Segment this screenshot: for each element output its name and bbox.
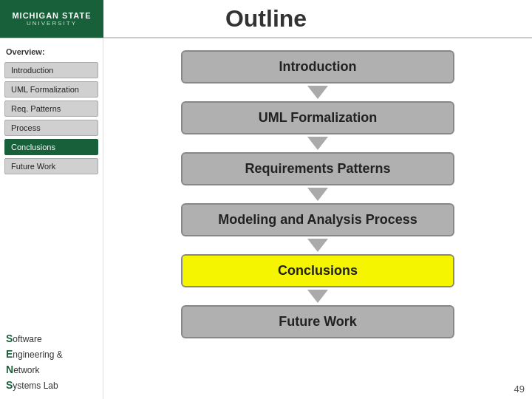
sens-systems: Systems Lab <box>6 378 97 393</box>
flow-box-conclusions: Conclusions <box>181 254 454 287</box>
n-letter: N <box>6 364 13 375</box>
ngineering-text: ngineering & <box>13 349 62 360</box>
oftware-text: oftware <box>13 334 41 344</box>
sidebar: Overview: Introduction UML Formalization… <box>0 38 103 399</box>
arrow-2 <box>307 137 328 150</box>
flow-future-work: Future Work <box>126 305 510 338</box>
flow-box-requirements: Requirements Patterns <box>181 152 454 185</box>
sidebar-item-introduction[interactable]: Introduction <box>4 62 98 78</box>
sidebar-item-uml[interactable]: UML Formalization <box>4 81 98 98</box>
sens-software: Software <box>6 331 97 347</box>
logo: MICHIGAN STATE UNIVERSITY <box>0 0 103 38</box>
flow-requirements: Requirements Patterns <box>126 152 510 203</box>
flow-introduction: Introduction <box>126 50 510 101</box>
flow-box-modeling: Modeling and Analysis Process <box>181 203 454 236</box>
ystems-text: ystems Lab <box>13 381 58 391</box>
s-letter: S <box>6 332 13 344</box>
flow-conclusions: Conclusions <box>126 254 510 305</box>
sidebar-item-future-work[interactable]: Future Work <box>4 158 98 174</box>
logo-main-text: MICHIGAN STATE <box>12 11 91 20</box>
logo-sub-text: UNIVERSITY <box>27 20 77 27</box>
overview-label: Overview: <box>0 44 103 61</box>
etwork-text: etwork <box>13 365 39 375</box>
content-area: Overview: Introduction UML Formalization… <box>0 38 532 399</box>
arrow-1 <box>307 86 328 99</box>
page-number: 49 <box>514 383 525 395</box>
arrow-3 <box>307 188 328 201</box>
sidebar-item-process[interactable]: Process <box>4 120 98 136</box>
page-title: Outline <box>103 5 532 33</box>
flow-uml: UML Formalization <box>126 101 510 152</box>
flow-box-uml: UML Formalization <box>181 101 454 134</box>
flow-box-future-work: Future Work <box>181 305 454 338</box>
sens-network: Network <box>6 362 97 378</box>
main-panel: Introduction UML Formalization Requireme… <box>103 38 532 399</box>
header: MICHIGAN STATE UNIVERSITY Outline <box>0 0 532 38</box>
flow-box-introduction: Introduction <box>181 50 454 83</box>
s2-letter: S <box>6 379 13 391</box>
sens-engineering: Engineering & <box>6 347 97 362</box>
flow-modeling: Modeling and Analysis Process <box>126 203 510 254</box>
e-letter: E <box>6 348 13 360</box>
sidebar-item-conclusions[interactable]: Conclusions <box>4 139 98 155</box>
arrow-5 <box>307 290 328 303</box>
sens-branding: Software Engineering & Network Systems L… <box>0 325 103 399</box>
arrow-4 <box>307 239 328 252</box>
sidebar-item-req-patterns[interactable]: Req. Patterns <box>4 100 98 117</box>
